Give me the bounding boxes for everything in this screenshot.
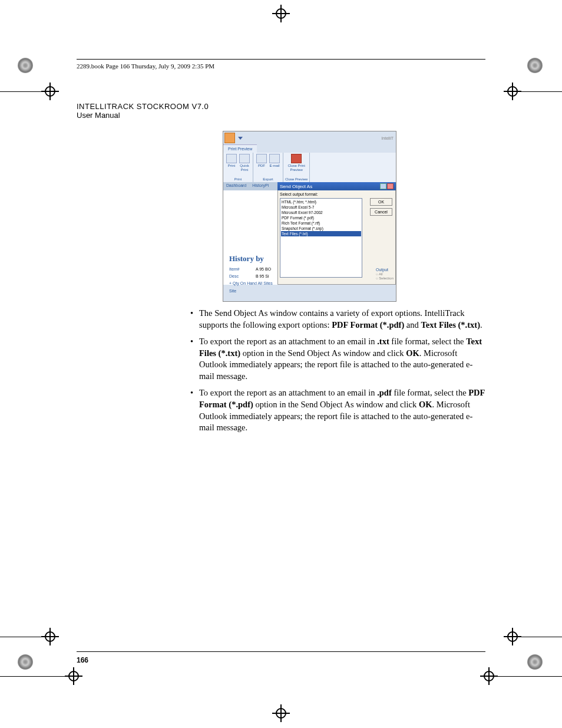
output-label: Output ○ All ○ Selection (376, 268, 394, 280)
reg-cross-br (504, 628, 521, 645)
report-cell: B 95 Si (256, 274, 269, 278)
list-item[interactable]: Snapshot Format (*.snp) (281, 226, 361, 231)
bullet-3: To export the report as an attachment to… (189, 387, 486, 433)
radio-selection[interactable]: ○ Selection (376, 276, 394, 280)
pdf-icon (256, 154, 267, 163)
list-item[interactable]: Microsoft Excel 5-7 (281, 205, 361, 210)
tab-history[interactable]: HistoryPi (249, 182, 272, 190)
crop-line (0, 637, 41, 637)
report-row: Desc (229, 274, 239, 278)
page-number: 166 (77, 656, 88, 664)
crop-line (521, 91, 562, 92)
crop-line (0, 676, 65, 677)
reg-cross-tc (272, 5, 290, 22)
close-preview-button[interactable]: Close Print Preview (288, 154, 305, 172)
reg-mark-tr (527, 58, 543, 73)
crop-line (521, 637, 562, 637)
radio-all[interactable]: ○ All (376, 272, 383, 276)
app-logo-icon (224, 133, 235, 143)
document-tabs: Dashboard HistoryPi Send Object As (223, 182, 396, 190)
bullet-2: To export the report as an attachment to… (189, 336, 486, 382)
titlebar: IntelliT (223, 131, 396, 144)
crop-line (498, 676, 562, 677)
report-row: + Qty On Hand All Sites (229, 281, 273, 285)
title-line1: INTELLITRACK STOCKROOM V7.0 (77, 102, 209, 111)
book-info: 2289.book Page 166 Thursday, July 9, 200… (77, 62, 214, 70)
doc-title: INTELLITRACK STOCKROOM V7.0 User Manual (77, 102, 209, 120)
ok-button[interactable]: OK (370, 198, 392, 206)
dropdown-icon (238, 137, 243, 140)
reg-cross-br2 (480, 667, 498, 685)
reg-mark-tl (18, 58, 33, 73)
report-cell: A 95 BO (256, 267, 271, 271)
format-listbox[interactable]: HTML (*.htm; *.html) Microsoft Excel 5-7… (280, 198, 362, 278)
reg-cross-bc (272, 704, 290, 722)
footer-rule (77, 651, 485, 652)
cancel-button[interactable]: Cancel (370, 208, 392, 216)
dialog-label: Select output format: (280, 192, 318, 196)
reg-mark-br (527, 654, 543, 670)
email-button[interactable]: E-mail (269, 154, 280, 168)
reg-cross-tl (41, 83, 59, 100)
help-icon[interactable] (380, 183, 386, 189)
pdf-button[interactable]: PDF (256, 154, 267, 168)
report-row: Item# (229, 267, 240, 271)
ribbon-tab-row: Print Preview (223, 144, 396, 153)
embedded-screenshot: IntelliT Print Preview Print Quick Print… (223, 131, 396, 302)
page-header: 2289.book Page 166 Thursday, July 9, 200… (77, 59, 485, 70)
ribbon-group-print: Print Quick Print Print (223, 153, 253, 182)
report-row: Site (229, 289, 236, 293)
group-label: Export (263, 177, 273, 182)
list-item[interactable]: Rich Text Format (*.rtf) (281, 220, 361, 226)
dialog-title: Send Object As (280, 184, 312, 189)
close-icon[interactable] (387, 183, 394, 189)
reg-mark-bl (18, 654, 33, 670)
email-icon (269, 154, 280, 163)
title-line2: User Manual (77, 111, 209, 120)
body-content: The Send Object As window contains a var… (189, 308, 486, 439)
group-label: Close Preview (285, 177, 308, 182)
group-label: Print (234, 177, 242, 182)
brand-text: IntelliT (381, 136, 396, 140)
reg-cross-bl (41, 628, 59, 645)
list-item[interactable]: PDF Format (*.pdf) (281, 215, 361, 220)
ribbon-group-export: PDF E-mail Export (253, 153, 283, 182)
tab-dashboard[interactable]: Dashboard (223, 182, 249, 190)
dialog-titlebar: Send Object As (277, 182, 396, 190)
quick-print-icon (239, 154, 250, 163)
bullet-1: The Send Object As window contains a var… (189, 308, 486, 331)
print-button[interactable]: Print (226, 154, 237, 172)
report-heading: History by (229, 254, 264, 263)
quick-print-button[interactable]: Quick Print (239, 154, 250, 172)
ribbon-group-close: Close Print Preview Close Preview (283, 153, 310, 182)
print-icon (226, 154, 237, 163)
reg-cross-bl2 (65, 667, 82, 685)
crop-line (0, 91, 41, 92)
list-item[interactable]: Microsoft Excel 97-2002 (281, 210, 361, 215)
ribbon-tab[interactable]: Print Preview (223, 144, 257, 153)
ribbon: Print Quick Print Print PDF E-mail Expor… (223, 153, 396, 182)
list-item[interactable]: HTML (*.htm; *.html) (281, 199, 361, 205)
reg-cross-tr (504, 83, 521, 100)
list-item-selected[interactable]: Text Files (*.txt) (281, 231, 361, 236)
close-icon (291, 154, 302, 163)
